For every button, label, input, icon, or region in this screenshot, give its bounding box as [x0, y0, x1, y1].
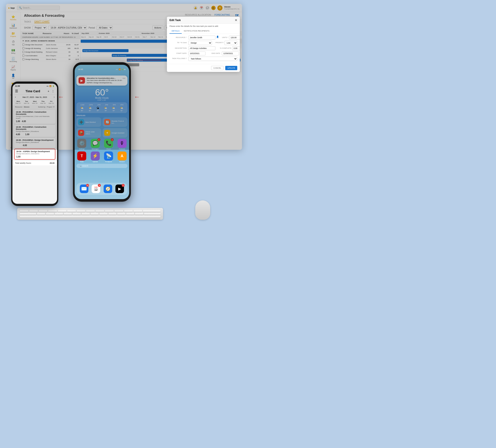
end-date-label: END DATE	[207, 51, 220, 54]
cancel-button[interactable]: CANCEL	[211, 66, 224, 70]
task-follows-select[interactable]: Task follows	[188, 57, 237, 61]
app-tesla[interactable]: T Tesla	[76, 152, 88, 162]
tv-badge: 1	[122, 184, 125, 187]
start-date-label: START DATE	[170, 51, 187, 54]
iphone-search[interactable]: 🔍 Search	[76, 164, 127, 168]
modal-tab-notification[interactable]: NOTIFICATION RECIPIENTS	[182, 29, 212, 34]
monitor-display: ● bqe 🔍 Search... 🔔 📅 💬 ▶ S Steven Fount…	[6, 4, 242, 150]
dock-tv[interactable]: ▶ 1	[115, 185, 124, 193]
modal-tabs: DETAILS NOTIFICATION RECIPIENTS	[167, 29, 240, 34]
total-value: 28.00	[49, 162, 54, 164]
keyboard	[17, 208, 163, 220]
units-label: UNITS *	[220, 36, 228, 39]
amazon-app-icon: A	[118, 152, 126, 160]
app-optwatt[interactable]: ⚡ Optwatt	[90, 152, 101, 162]
modal-header: Edit Task ✕	[167, 17, 240, 24]
dock-safari[interactable]: 🧭	[104, 185, 112, 193]
modal-subtitle: Please enter the details for the new tas…	[167, 24, 240, 29]
modal-footer: CANCEL UPDATE	[167, 64, 240, 72]
modal-close-button[interactable]: ✕	[235, 18, 237, 22]
modal-body: RESOURCE * 👤 UNITS * TA * % Used	[167, 34, 240, 64]
form-row-resource: RESOURCE * 👤 UNITS *	[170, 36, 237, 39]
modal-tab-details[interactable]: DETAILS	[170, 29, 182, 34]
modal-overlay: Edit Task ✕ Please enter the details for…	[21, 12, 242, 150]
calendar-badge: 4	[98, 184, 101, 187]
total-label: Total weekly hours:	[15, 162, 31, 164]
tag-select[interactable]: Design	[188, 41, 212, 45]
form-row-task-follows: TASK FOLLOWS ? Task follows	[170, 57, 237, 61]
optwatt-app-icon: ⚡	[91, 152, 100, 160]
priority-select[interactable]: Low	[224, 41, 237, 45]
end-date-input[interactable]	[222, 51, 239, 55]
dock-calendar[interactable]: SUN 12 4	[92, 185, 100, 193]
priority-label: PRIORITY	[213, 41, 224, 45]
resource-input[interactable]	[188, 36, 215, 39]
update-button[interactable]: UPDATE	[225, 66, 237, 70]
search-placeholder: Search	[82, 165, 88, 167]
app-amazon[interactable]: A Amazon	[116, 152, 128, 162]
resource-label: RESOURCE *	[170, 36, 187, 38]
complete-label: % COMPLETE	[216, 46, 231, 50]
mail-badge: 12	[86, 184, 89, 187]
tesla-app-icon: T	[77, 152, 86, 160]
iphone-dock: ✉️ 12 SUN 12 4 🧭 ▶ 1	[76, 183, 127, 195]
tag-label: TA * % Used	[170, 41, 187, 44]
form-row-dates: START DATE END DATE	[170, 51, 237, 55]
dock-mail[interactable]: ✉️ 12	[80, 185, 88, 193]
tc-total: Total weekly hours: 28.00	[13, 160, 57, 165]
start-date-input[interactable]	[188, 51, 205, 55]
complete-input[interactable]	[232, 46, 240, 50]
app-frontpoint[interactable]: 📡 Frontpoint	[103, 152, 115, 162]
mouse	[195, 201, 210, 220]
search-magnify-icon: 🔍	[79, 165, 81, 167]
monitor-screen: ● bqe 🔍 Search... 🔔 📅 💬 ▶ S Steven Fount…	[6, 4, 242, 150]
task-follows-label: TASK FOLLOWS ?	[170, 57, 187, 60]
description-label: DESCRIPTION	[170, 46, 187, 49]
app-layout: ⭐ Favorites 📊 Dashboard 📁 Projects ⏱ T&E…	[6, 12, 242, 150]
units-input[interactable]	[229, 36, 240, 39]
modal-title: Edit Task	[170, 19, 181, 22]
edit-task-modal: Edit Task ✕ Please enter the details for…	[167, 17, 240, 72]
tc-entry-4[interactable]: 19-34 - ASPEN: Design Development Design…	[14, 149, 55, 160]
main-content: Allocation & Forecasting RESOURCE ALLOCA…	[21, 12, 242, 150]
form-row-tag: TA * % Used Design PRIORITY Low	[170, 41, 237, 45]
description-input[interactable]	[188, 46, 215, 50]
frontpoint-app-icon: 📡	[104, 152, 113, 160]
form-row-description: DESCRIPTION % COMPLETE	[170, 46, 237, 50]
